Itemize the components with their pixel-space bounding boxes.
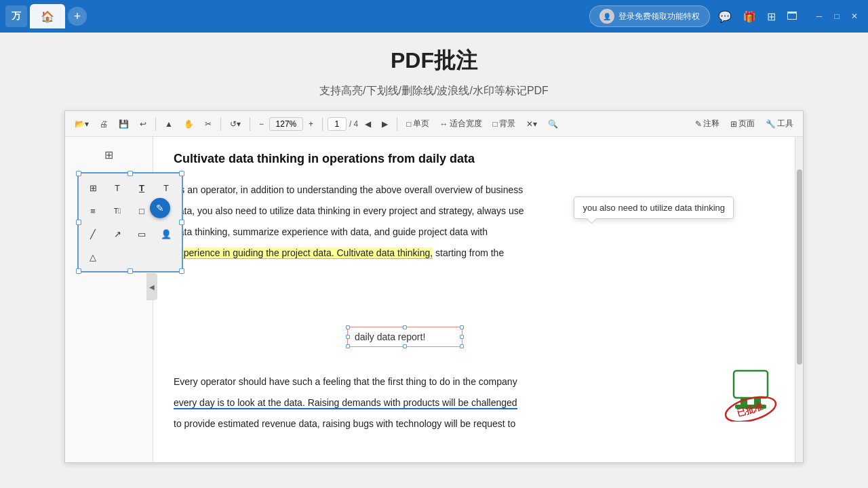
resize-handle-bl[interactable]	[76, 268, 81, 274]
pdf-toolbar: 📂▾ 🖨 💾 ↩ ▲ ✋ ✂ ↺▾ − 127% + / 4 ◀ ▶ □ 单页 …	[65, 111, 803, 137]
pdf-paragraph-1: As an operator, in addition to understan…	[174, 180, 774, 263]
tb-resize-tl[interactable]	[346, 325, 350, 329]
para1-start: As an operator, in addition to understan…	[174, 184, 523, 195]
save-button[interactable]: 💾	[115, 117, 133, 131]
fit-width-button[interactable]: ↔ 适合宽度	[436, 116, 486, 131]
close-button[interactable]: ✕	[846, 8, 863, 24]
zoom-out-button[interactable]: −	[255, 117, 268, 131]
toolbar-right-group: ✎ 注释 ⊞ 页面 🔧 工具	[691, 116, 797, 131]
background-button[interactable]: □ 背景	[489, 116, 519, 131]
titlebar: 万 🏠 + 👤 登录免费领取功能特权 💬 🎁 ⊞ 🗖 ─ □ ✕	[0, 0, 868, 33]
separator-2	[220, 117, 221, 131]
grid-icon[interactable]: ⊞	[764, 7, 778, 26]
resize-handle-tr[interactable]	[179, 171, 184, 176]
page-subtitle: 支持高亮/下划线/删除线/波浪线/水印等标记PDF	[319, 84, 549, 98]
separator-5	[397, 117, 397, 131]
ann-arrow[interactable]: ↗	[107, 224, 127, 244]
zoom-control: − 127% +	[255, 117, 317, 131]
pdf-scrollbar[interactable]	[795, 137, 803, 462]
zoom-value[interactable]: 127%	[269, 117, 303, 131]
resize-handle-tl[interactable]	[76, 171, 81, 176]
pages-button[interactable]: ⊞ 页面	[726, 116, 759, 131]
separator-4	[322, 117, 323, 131]
para1-cont: starting from the	[435, 247, 504, 258]
resize-handle-tc[interactable]	[127, 171, 133, 176]
main-content: PDF批注 支持高亮/下划线/删除线/波浪线/水印等标记PDF 📂▾ 🖨 💾 ↩…	[0, 33, 868, 488]
search-button[interactable]: 🔍	[544, 117, 562, 131]
highlighted-text: experience in guiding the project data. …	[174, 247, 433, 259]
home-tab[interactable]: 🏠	[30, 4, 65, 28]
pdf-paragraph-2: Every operator should have such a feelin…	[174, 371, 774, 434]
home-icon: 🏠	[41, 10, 54, 23]
para2-start: Every operator should have such a feelin…	[174, 376, 517, 387]
tb-resize-mr[interactable]	[460, 335, 464, 339]
panel-icon-1[interactable]: ⊞	[98, 144, 120, 165]
undo-button[interactable]: ↺▾	[226, 117, 245, 131]
annotate-button[interactable]: ✎ 注释	[691, 116, 724, 131]
tools-button[interactable]: 🔧 工具	[762, 116, 797, 131]
gift-icon[interactable]: 🎁	[740, 7, 759, 26]
para1-end: data thinking, summarize experience with…	[174, 226, 488, 237]
ann-align-mid[interactable]: ≡	[83, 201, 103, 221]
para2-mid: every day is to look at the data. Raisin…	[174, 397, 517, 409]
tb-resize-bl[interactable]	[346, 344, 350, 348]
page-input[interactable]	[328, 117, 347, 131]
app-logo: 万	[5, 5, 27, 27]
tb-resize-tc[interactable]	[403, 325, 407, 329]
titlebar-right: 👤 登录免费领取功能特权 💬 🎁 ⊞ 🗖 ─ □ ✕	[589, 5, 863, 27]
tb-resize-br[interactable]	[460, 344, 464, 348]
open-button[interactable]: 📂▾	[71, 117, 93, 131]
zoom-in-button[interactable]: +	[304, 117, 317, 131]
minimize-button[interactable]: ─	[811, 8, 827, 24]
pdf-heading: Cultivate data thinking in operations fr…	[174, 150, 774, 167]
select-tool-button[interactable]: ▲	[161, 117, 177, 131]
comment-icon[interactable]: 💬	[715, 7, 734, 26]
maximize-button[interactable]: □	[829, 8, 845, 24]
new-tab-button[interactable]: +	[68, 7, 87, 26]
pdf-body: ⊞ ⊟ ⬜ ⊞ T T T ≡ T⃣ □ ○	[65, 137, 803, 462]
ann-insert-text[interactable]: ⊞	[83, 178, 103, 198]
next-page-button[interactable]: ▶	[378, 117, 392, 131]
login-button[interactable]: 👤 登录免费领取功能特权	[589, 5, 710, 27]
ann-text-style[interactable]: T	[156, 178, 176, 198]
ann-triangle[interactable]: △	[83, 247, 103, 267]
pdf-viewer: 📂▾ 🖨 💾 ↩ ▲ ✋ ✂ ↺▾ − 127% + / 4 ◀ ▶ □ 单页 …	[64, 110, 804, 463]
collapse-panel-arrow[interactable]: ◀	[146, 273, 157, 300]
more-button[interactable]: ✕▾	[522, 117, 541, 131]
resize-handle-bc[interactable]	[127, 268, 133, 274]
ann-shape2[interactable]: ▭	[132, 224, 152, 244]
back-button[interactable]: ↩	[136, 117, 151, 131]
textbox-content: daily data report!	[355, 331, 425, 342]
tb-resize-tr[interactable]	[460, 325, 464, 329]
hand-tool-button[interactable]: ✋	[180, 117, 198, 131]
single-page-button[interactable]: □ 单页	[402, 116, 433, 131]
ann-text-align[interactable]: T⃣	[107, 201, 127, 221]
ann-text[interactable]: T	[107, 178, 127, 198]
resize-handle-ml[interactable]	[76, 220, 81, 225]
ann-text-bold[interactable]: T	[132, 178, 152, 198]
svg-rect-0	[734, 371, 768, 398]
para1-mid: data, you also need to utilize data thin…	[174, 205, 524, 216]
tb-resize-bc[interactable]	[403, 344, 407, 348]
prev-page-button[interactable]: ◀	[361, 117, 375, 131]
pdf-scrollbar-thumb[interactable]	[797, 169, 802, 365]
separator-1	[155, 117, 156, 131]
ann-person[interactable]: 👤	[156, 224, 176, 244]
ann-rectangle[interactable]: □	[132, 201, 152, 221]
para2-end: to provide estimated revenue data, raisi…	[174, 418, 515, 429]
page-total: / 4	[349, 119, 358, 129]
ann-line[interactable]: ╱	[83, 224, 103, 244]
tb-resize-ml[interactable]	[346, 335, 350, 339]
resize-handle-br[interactable]	[179, 268, 184, 274]
print-button[interactable]: 🖨	[96, 117, 112, 131]
separator-3	[250, 117, 250, 131]
annotation-toolbar: ⊞ T T T ≡ T⃣ □ ○ ╱ ↗ ▭ 👤 △	[77, 172, 183, 272]
text-box-annotation[interactable]: daily data report!	[347, 327, 462, 347]
cut-button[interactable]: ✂	[201, 117, 216, 131]
avatar: 👤	[599, 9, 614, 24]
edit-pen-button[interactable]: ✎	[150, 198, 170, 218]
pdf-content: you also need to utilize data thinking C…	[153, 137, 795, 462]
resize-handle-mr[interactable]	[179, 220, 184, 225]
tooltip-bubble: you also need to utilize data thinking	[574, 197, 734, 219]
window-icon[interactable]: 🗖	[784, 7, 800, 25]
